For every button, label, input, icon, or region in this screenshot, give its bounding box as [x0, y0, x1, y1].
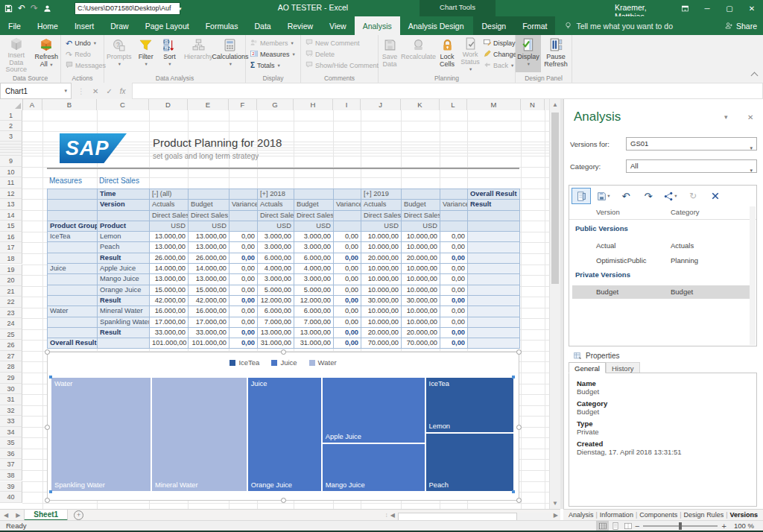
table-cell[interactable]: Variance [334, 200, 361, 210]
treemap-node-peach[interactable]: Peach [425, 433, 514, 492]
table-cell[interactable]: 10.000,00 [402, 317, 440, 328]
pane-dropdown-icon[interactable]: ▾ [724, 113, 728, 121]
table-cell[interactable]: 0,00 [229, 296, 258, 306]
table-cell[interactable] [48, 296, 98, 306]
table-cell[interactable]: 13.000,00 [150, 242, 189, 253]
members-button[interactable]: Members▾ [250, 38, 297, 48]
measures-link[interactable]: Measures [49, 177, 82, 185]
row-header-33[interactable]: 33 [0, 416, 22, 427]
table-cell[interactable]: Orange Juice [98, 285, 150, 296]
chart-handle[interactable] [45, 349, 50, 355]
table-cell[interactable]: 6.000,00 [258, 253, 294, 264]
row-header-20[interactable]: 20 [0, 275, 22, 286]
table-cell[interactable]: 42.000,00 [150, 296, 189, 306]
table-cell[interactable]: 12.000,00 [294, 296, 334, 306]
table-cell[interactable] [48, 328, 98, 338]
column-header-H[interactable]: H [294, 99, 333, 110]
measures-button[interactable]: 2Measures▾ [250, 49, 297, 59]
legend-item-icetea[interactable]: IceTea [229, 358, 259, 367]
formula-input[interactable] [132, 83, 763, 99]
table-cell[interactable]: 10.000,00 [402, 285, 440, 296]
change-button[interactable]: Change [484, 49, 512, 59]
table-cell[interactable]: Result [98, 328, 150, 338]
chart-handle[interactable] [516, 425, 522, 430]
treemap-node-lemon[interactable]: IceTeaLemon [425, 377, 514, 433]
table-cell[interactable] [468, 242, 520, 253]
table-cell[interactable]: 10.000,00 [402, 306, 440, 317]
table-cell[interactable]: Juice [48, 264, 98, 274]
table-cell[interactable]: Actuals [150, 200, 189, 210]
table-cell[interactable]: 15.000,00 [189, 285, 229, 296]
table-cell[interactable]: 31.000,00 [258, 338, 294, 349]
table-cell[interactable]: 30.000,00 [361, 296, 402, 306]
table-cell[interactable]: 5.000,00 [258, 285, 294, 296]
category-select[interactable]: All▾ [626, 159, 757, 173]
table-cell[interactable]: 10.000,00 [361, 264, 402, 274]
chart-object[interactable]: IceTeaJuiceWater WaterSpankling WaterMin… [47, 352, 519, 501]
column-header-G[interactable]: G [257, 99, 294, 110]
table-cell[interactable]: 6.000,00 [258, 306, 294, 317]
table-cell[interactable] [98, 338, 150, 349]
new-comment-button[interactable]: New Comment [305, 38, 375, 48]
table-cell[interactable] [468, 328, 520, 338]
table-cell[interactable] [402, 189, 440, 200]
tab-file[interactable]: File [0, 16, 29, 35]
row-header-26[interactable]: 26 [0, 340, 22, 351]
row-header-13[interactable]: 13 [0, 199, 22, 210]
table-cell[interactable]: 0,00 [334, 274, 361, 285]
direct-sales-link[interactable]: Direct Sales [99, 177, 139, 185]
hscroll-left-icon[interactable]: ◀ [389, 512, 396, 519]
pane-tab-versions[interactable]: Versions [727, 511, 760, 519]
sort-button[interactable]: 0↕9A↕Z Sort▾ [158, 35, 182, 72]
row-header-35[interactable]: 35 [0, 437, 22, 449]
hscroll-thumb[interactable] [398, 513, 517, 521]
table-cell[interactable]: 13.000,00 [189, 274, 229, 285]
column-header-C[interactable]: C [97, 99, 149, 110]
column-header-K[interactable]: K [401, 99, 440, 110]
calculations-button[interactable]: Calculations▾ [215, 35, 245, 72]
table-cell[interactable]: 20.000,00 [361, 328, 402, 338]
table-cell[interactable] [189, 189, 229, 200]
insert-data-source-button[interactable]: Insert Data Source [0, 35, 32, 72]
table-cell[interactable]: 3.000,00 [258, 242, 294, 253]
version-row-actual[interactable]: ActualActuals [572, 239, 753, 253]
chart-handle[interactable] [281, 498, 286, 503]
chart-handle[interactable] [45, 425, 50, 430]
user-account-icon[interactable] [43, 4, 51, 13]
pane-tab-components[interactable]: Components [637, 511, 680, 519]
table-cell[interactable]: 101.000,00 [150, 338, 189, 349]
version-row-budget[interactable]: BudgetBudget [572, 285, 753, 299]
table-cell[interactable]: 12.000,00 [258, 296, 294, 306]
scroll-up-icon[interactable]: ▲ [551, 101, 559, 108]
treemap-node-mineral-water[interactable]: Mineral Water [151, 377, 247, 492]
column-header-F[interactable]: F [229, 99, 257, 110]
table-cell[interactable]: 31.000,00 [294, 338, 334, 349]
row-header-34[interactable]: 34 [0, 427, 22, 438]
table-cell[interactable]: 3.000,00 [294, 232, 334, 242]
table-cell[interactable]: 10.000,00 [402, 264, 440, 274]
table-cell[interactable]: 13.000,00 [150, 274, 189, 285]
table-cell[interactable]: [-] (all) [150, 189, 189, 200]
treemap-node-orange-juice[interactable]: JuiceOrange Juice [247, 377, 322, 492]
table-cell[interactable]: Direct Sales [189, 211, 229, 221]
pane-close-icon[interactable]: ✕ [747, 113, 753, 121]
row-header-25[interactable]: 25 [0, 329, 22, 341]
sheet-nav-right-icon[interactable]: ▶ [12, 512, 24, 519]
table-cell[interactable]: 10.000,00 [402, 242, 440, 253]
legend-item-water[interactable]: Water [309, 358, 337, 367]
table-cell[interactable]: 0,00 [334, 317, 361, 328]
name-box[interactable]: Chart1▾ [0, 83, 72, 99]
table-cell[interactable] [468, 221, 520, 232]
table-cell[interactable]: 0,00 [229, 306, 258, 317]
insert-function-icon[interactable]: fx [120, 87, 126, 95]
redo-version-icon[interactable]: ↷ [639, 188, 658, 204]
table-cell[interactable]: Peach [98, 242, 150, 253]
table-cell[interactable]: 0,00 [440, 232, 468, 242]
tab-general[interactable]: General [569, 362, 606, 373]
recalculate-button[interactable]: Recalculate [401, 35, 436, 72]
table-cell[interactable]: Overall Result [48, 338, 98, 349]
chart-handle[interactable] [281, 349, 286, 355]
table-cell[interactable]: 13.000,00 [150, 232, 189, 242]
table-cell[interactable] [334, 221, 361, 232]
tab-view[interactable]: View [321, 16, 355, 35]
